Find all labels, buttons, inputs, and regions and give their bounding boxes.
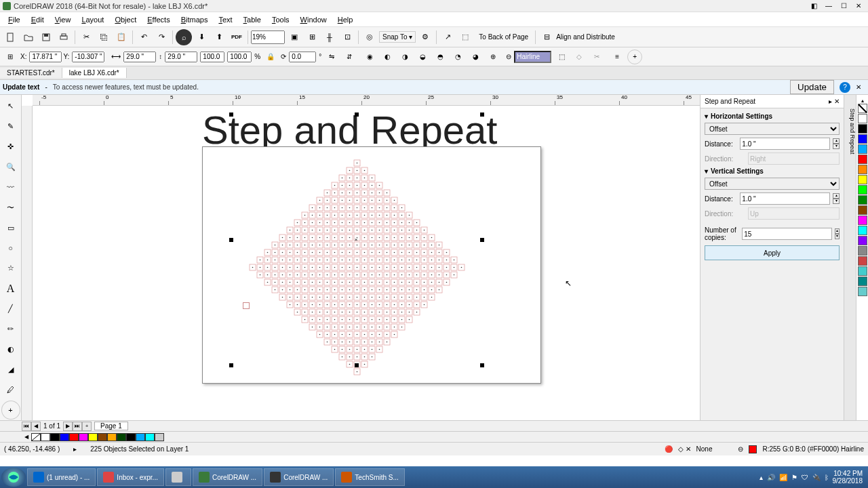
mirror-v-button[interactable]: ⇵ [342, 49, 357, 64]
tray-up-icon[interactable]: ▴ [760, 474, 763, 481]
snap-to-dropdown[interactable]: Snap To ▾ [379, 31, 416, 43]
menu-table[interactable]: Table [238, 14, 267, 25]
pdf-button[interactable]: PDF [229, 29, 245, 45]
color-bar-swatch[interactable] [88, 433, 98, 441]
wrap-text-button[interactable]: ⬚ [554, 49, 569, 64]
color-swatch[interactable] [858, 266, 867, 276]
color-swatch[interactable] [858, 175, 867, 184]
selection-handle[interactable] [480, 238, 484, 242]
zoom-tool[interactable]: 🔍 [1, 158, 20, 177]
import-button[interactable]: ⬇ [193, 29, 210, 45]
fullscreen-button[interactable]: ▣ [286, 29, 302, 45]
y-position-input[interactable] [72, 52, 104, 62]
add-page-button[interactable]: + [82, 422, 92, 431]
height-input[interactable] [165, 52, 197, 62]
snap-target-button[interactable]: ◎ [361, 29, 378, 45]
docker-tab-strip[interactable]: Step and Repeat [844, 95, 856, 420]
maximize-button[interactable]: ☐ [837, 1, 850, 11]
mirror-h-button[interactable]: ⇋ [324, 49, 339, 64]
lock-ratio-button[interactable]: 🔒 [263, 49, 278, 64]
color-bar-swatch[interactable] [117, 433, 126, 441]
shape-tool[interactable]: ✎ [1, 117, 20, 136]
color-swatch[interactable] [858, 165, 867, 174]
color-bar-swatch[interactable] [136, 433, 145, 441]
color-eyedropper-tool[interactable]: ◢ [1, 360, 20, 379]
rotation-input[interactable] [289, 52, 316, 62]
color-swatch[interactable] [858, 216, 867, 225]
selection-handle[interactable] [355, 363, 359, 367]
taskbar-item[interactable]: CorelDRAW ... [264, 468, 334, 486]
save-button[interactable] [38, 29, 54, 45]
color-swatch[interactable] [858, 124, 867, 134]
menu-view[interactable]: View [50, 14, 77, 25]
redo-button[interactable]: ↷ [153, 29, 170, 45]
launch-button[interactable]: ↗ [439, 29, 456, 45]
undo-button[interactable]: ↶ [136, 29, 152, 45]
intersect-button[interactable]: ◑ [397, 49, 412, 64]
power-icon[interactable]: 🔌 [812, 474, 821, 481]
align-icon[interactable]: ⊟ [538, 29, 555, 45]
selection-handle[interactable] [480, 113, 484, 117]
v-offset-type-select[interactable]: Offset [705, 178, 840, 190]
color-swatch[interactable] [858, 134, 867, 144]
selection-handle[interactable] [229, 113, 233, 117]
system-tray[interactable]: ▴ 🔊 📶 ⚑ 🛡 🔌 ᛒ 10:42 PM 9/28/2018 [760, 470, 867, 485]
h-distance-input[interactable] [740, 138, 830, 150]
clock[interactable]: 10:42 PM 9/28/2018 [833, 470, 863, 485]
taskbar-item[interactable]: Inbox - expr... [97, 468, 164, 486]
no-color-swatch[interactable] [858, 104, 867, 113]
selection-center[interactable]: × [353, 237, 359, 242]
add-tool[interactable]: + [1, 401, 20, 420]
combine-button[interactable]: ⊕ [486, 49, 500, 64]
object-origin-button[interactable]: ⊞ [3, 49, 18, 64]
menu-object[interactable]: Object [109, 14, 142, 25]
diamond-grid-object[interactable] [236, 146, 473, 384]
front-minus-back-button[interactable]: ◓ [433, 49, 448, 64]
color-swatch[interactable] [858, 114, 867, 123]
color-bar-swatch[interactable] [155, 433, 164, 441]
add-button[interactable]: + [627, 49, 642, 64]
color-bar-swatch[interactable] [60, 433, 69, 441]
update-button[interactable]: Update [790, 80, 834, 94]
nav-prev-button[interactable]: ◀ [31, 422, 41, 431]
doc-tab[interactable]: STARTEST.cdr* [0, 68, 62, 78]
pick-tool[interactable]: ↖ [1, 97, 20, 116]
volume-icon[interactable]: 🔊 [767, 474, 775, 481]
color-swatch[interactable] [858, 195, 867, 205]
v-distance-spinner[interactable]: ▴▾ [833, 193, 840, 204]
menu-layout[interactable]: Layout [76, 14, 109, 25]
shield-icon[interactable]: 🛡 [802, 474, 808, 481]
selection-handle[interactable] [229, 363, 233, 367]
color-bar-swatch[interactable] [79, 433, 88, 441]
taskbar-item[interactable]: TechSmith S... [335, 468, 404, 486]
selection-handle[interactable] [480, 363, 484, 367]
color-swatch[interactable] [858, 246, 867, 256]
scale-y-input[interactable] [227, 52, 252, 62]
horizontal-settings-header[interactable]: ▾ Horizontal Settings [705, 111, 840, 121]
h-distance-spinner[interactable]: ▴▾ [833, 138, 840, 149]
copy-button[interactable]: ⿻ [96, 29, 112, 45]
docker-tab-label[interactable]: Step and Repeat [849, 108, 856, 155]
align-left-button[interactable]: ≡ [610, 49, 625, 64]
selection-handle[interactable] [229, 238, 233, 242]
align-distribute-label[interactable]: Align and Distribute [556, 33, 615, 41]
nav-first-button[interactable]: ⏮ [22, 422, 31, 431]
vertical-settings-header[interactable]: ▾ Vertical Settings [705, 166, 840, 176]
color-bar-swatch[interactable] [107, 433, 117, 441]
paste-button[interactable]: 📋 [113, 29, 130, 45]
menu-edit[interactable]: Edit [26, 14, 50, 25]
docker-menu-icon[interactable]: ▸ ✕ [829, 98, 840, 105]
record-icon[interactable]: 🔴 [665, 445, 673, 453]
compat-icon[interactable]: ◧ [807, 1, 821, 11]
snap-off-button[interactable]: ⊡ [339, 29, 355, 45]
close-button[interactable]: ✕ [852, 1, 865, 11]
nav-next-button[interactable]: ▶ [63, 422, 73, 431]
color-bar-swatch[interactable] [145, 433, 155, 441]
guidelines-button[interactable]: ╫ [321, 29, 338, 45]
crop-tool[interactable]: ✜ [1, 138, 20, 157]
search-button[interactable]: ⌕ [176, 29, 192, 45]
menu-text[interactable]: Text [213, 14, 237, 25]
menu-file[interactable]: File [3, 14, 26, 25]
boundary-button[interactable]: ◕ [468, 49, 483, 64]
network-icon[interactable]: 📶 [779, 474, 787, 481]
